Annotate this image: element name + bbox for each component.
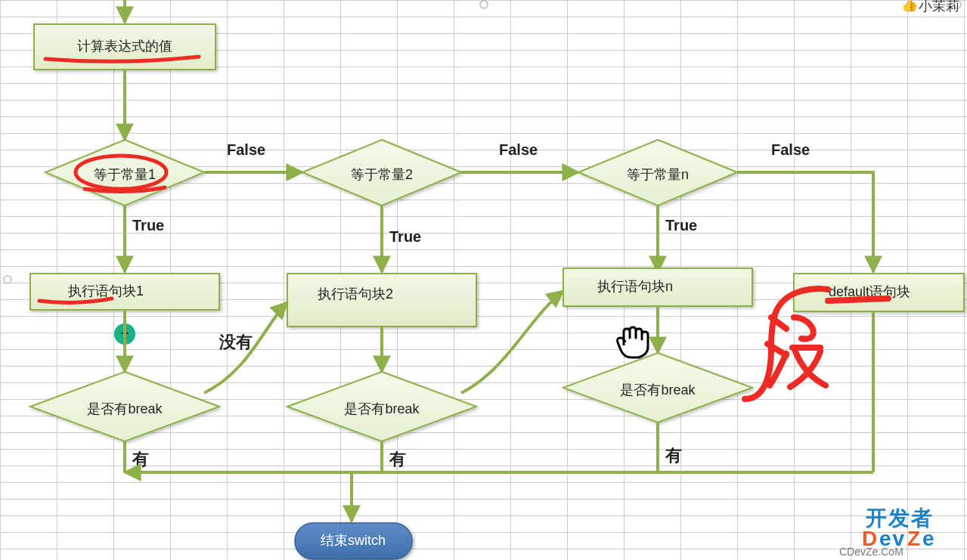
node-d1[interactable]: 等于常量1 [45, 140, 204, 206]
node-dn[interactable]: 等于常量n [578, 140, 737, 206]
label-b2-yes: 有 [389, 450, 406, 469]
node-d2[interactable]: 等于常量2 [302, 140, 461, 206]
hand-cursor-icon [618, 327, 649, 357]
selection-handle[interactable] [480, 1, 488, 8]
node-d2-label: 等于常量2 [351, 167, 413, 182]
svg-text:👍: 👍 [901, 0, 919, 13]
node-end[interactable]: 结束switch [295, 523, 412, 559]
node-bn[interactable]: 是否有break [563, 353, 752, 422]
node-s1[interactable]: 执行语句块1 [30, 274, 219, 310]
node-s2-label: 执行语句块2 [318, 286, 393, 302]
node-end-label: 结束switch [321, 533, 386, 548]
node-b1-label: 是否有break [87, 401, 163, 416]
watermark: 开发者 D ev Z e CDevZe.CoM [839, 506, 936, 558]
top-right-badge: 👍 小茉莉 [901, 0, 959, 14]
node-bn-label: 是否有break [620, 382, 696, 398]
svg-text:CDevZe.CoM: CDevZe.CoM [839, 546, 903, 558]
svg-text:e: e [922, 527, 936, 550]
node-b2-label: 是否有break [344, 401, 420, 416]
node-s1-label: 执行语句块1 [68, 283, 144, 299]
node-default[interactable]: default语句块 [794, 274, 964, 311]
node-dn-label: 等于常量n [627, 167, 689, 182]
label-b1-no: 没有 [219, 333, 253, 351]
label-d2-false: False [499, 141, 538, 158]
label-d1-false: False [227, 141, 265, 158]
flowchart-canvas: 计算表达式的值 等于常量1 False 等于常量2 False 等于常量n Fa… [0, 0, 967, 560]
node-s2[interactable]: 执行语句块2 [287, 274, 476, 326]
label-bn-yes: 有 [665, 446, 682, 465]
label-d1-true: True [132, 217, 164, 234]
node-calc-label: 计算表达式的值 [77, 39, 172, 54]
label-b1-yes: 有 [132, 450, 149, 469]
label-d2-true: True [389, 228, 421, 245]
label-dn-true: True [665, 217, 697, 234]
node-sn[interactable]: 执行语句块n [563, 268, 752, 306]
edge-dn-default [737, 172, 873, 272]
svg-text:Z: Z [907, 527, 922, 550]
node-sn-label: 执行语句块n [597, 279, 673, 294]
node-d1-label: 等于常量1 [94, 167, 156, 182]
node-b1[interactable]: 是否有break [30, 372, 219, 441]
svg-text:小茉莉: 小茉莉 [919, 0, 959, 14]
anno-underline-default [828, 299, 888, 301]
label-dn-false: False [771, 141, 810, 158]
selection-handle[interactable] [4, 276, 11, 283]
node-b2[interactable]: 是否有break [287, 372, 476, 441]
